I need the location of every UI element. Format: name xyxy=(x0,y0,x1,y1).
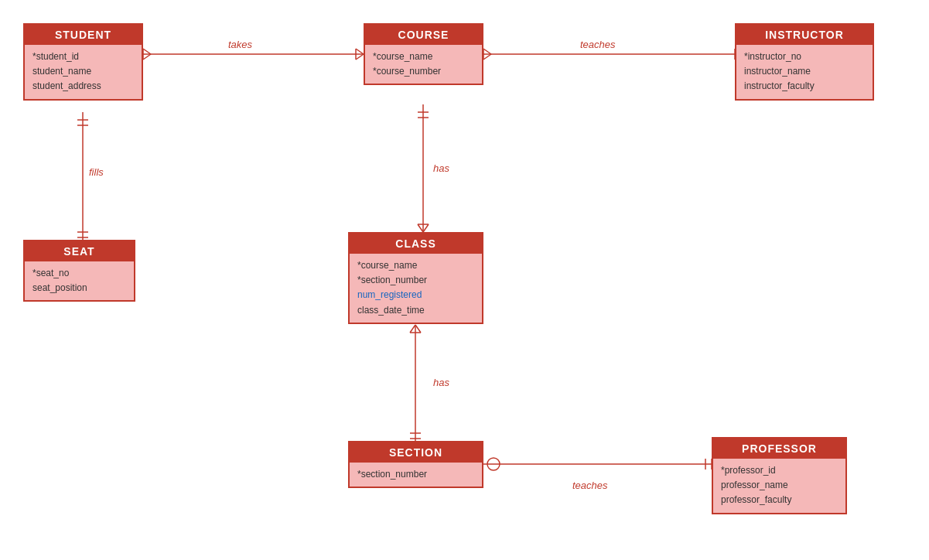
entity-course-header: COURSE xyxy=(365,25,482,45)
field-instructor-name: instructor_name xyxy=(744,64,865,79)
entity-course: COURSE *course_name *course_number xyxy=(364,23,483,85)
entity-professor-body: *professor_id professor_name professor_f… xyxy=(713,459,845,513)
field-instructor-no: *instructor_no xyxy=(744,50,865,64)
field-seat-no: *seat_no xyxy=(32,266,126,281)
label-has-section: has xyxy=(433,377,449,388)
svg-line-5 xyxy=(356,49,364,54)
label-takes: takes xyxy=(228,39,252,50)
entity-seat-body: *seat_no seat_position xyxy=(25,261,134,300)
svg-line-26 xyxy=(415,325,421,333)
field-class-course-name: *course_name xyxy=(357,258,474,273)
field-student-address: student_address xyxy=(32,79,134,94)
entity-student-header: STUDENT xyxy=(25,25,142,45)
svg-line-10 xyxy=(483,54,491,60)
field-section-number: *section_number xyxy=(357,467,474,482)
svg-line-22 xyxy=(423,224,429,232)
entity-section-body: *section_number xyxy=(350,463,482,487)
entity-section: SECTION *section_number xyxy=(348,441,483,488)
svg-line-9 xyxy=(483,49,491,54)
entity-seat-header: SEAT xyxy=(25,241,134,261)
entity-student: STUDENT *student_id student_name student… xyxy=(23,23,143,101)
entity-seat: SEAT *seat_no seat_position xyxy=(23,240,135,302)
field-student-name: student_name xyxy=(32,64,134,79)
field-course-number: *course_number xyxy=(373,64,474,79)
entity-instructor: INSTRUCTOR *instructor_no instructor_nam… xyxy=(735,23,874,101)
field-class-section-number: *section_number xyxy=(357,273,474,288)
entity-section-header: SECTION xyxy=(350,442,482,463)
entity-instructor-header: INSTRUCTOR xyxy=(736,25,873,45)
field-instructor-faculty: instructor_faculty xyxy=(744,79,865,94)
entity-professor-header: PROFESSOR xyxy=(713,439,845,459)
field-course-name: *course_name xyxy=(373,50,474,64)
entity-student-body: *student_id student_name student_address xyxy=(25,45,142,99)
field-class-num-registered: num_registered xyxy=(357,288,474,302)
entity-class-header: CLASS xyxy=(350,234,482,254)
field-class-date-time: class_date_time xyxy=(357,303,474,318)
field-student-id: *student_id xyxy=(32,50,134,64)
svg-line-1 xyxy=(143,49,151,54)
svg-line-6 xyxy=(356,54,364,60)
entity-course-body: *course_name *course_number xyxy=(365,45,482,84)
svg-line-21 xyxy=(418,224,423,232)
entity-professor: PROFESSOR *professor_id professor_name p… xyxy=(712,437,847,514)
diagram: STUDENT *student_id student_name student… xyxy=(0,0,929,560)
entity-class-body: *course_name *section_number num_registe… xyxy=(350,254,482,323)
field-professor-id: *professor_id xyxy=(721,463,838,478)
field-seat-position: seat_position xyxy=(32,281,126,295)
label-teaches-professor: teaches xyxy=(572,480,608,491)
field-professor-faculty: professor_faculty xyxy=(721,493,838,507)
entity-class: CLASS *course_name *section_number num_r… xyxy=(348,232,483,324)
label-has-class: has xyxy=(433,162,449,174)
entity-instructor-body: *instructor_no instructor_name instructo… xyxy=(736,45,873,99)
label-teaches-instructor: teaches xyxy=(580,39,616,50)
svg-line-2 xyxy=(143,54,151,60)
field-professor-name: professor_name xyxy=(721,478,838,493)
svg-line-25 xyxy=(410,325,415,333)
label-fills: fills xyxy=(89,166,104,178)
